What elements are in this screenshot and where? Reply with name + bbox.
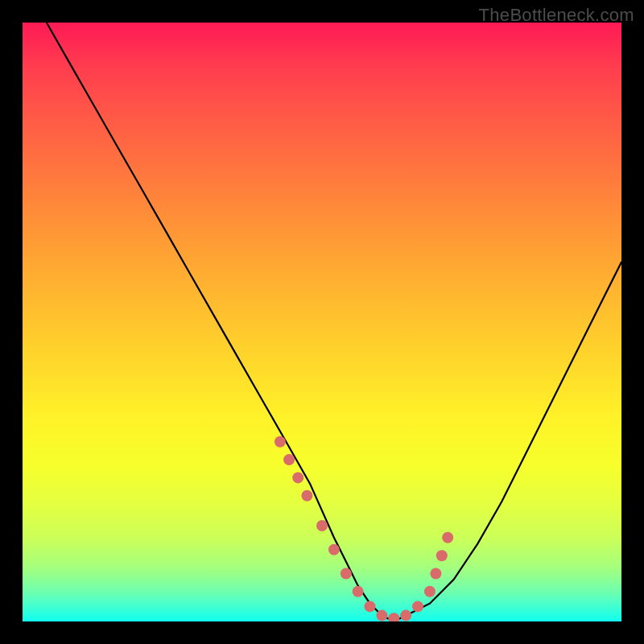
highlight-dot	[301, 490, 312, 502]
chart-svg	[23, 23, 621, 621]
highlight-dot	[275, 436, 286, 448]
highlight-dot	[316, 520, 328, 531]
highlight-dot	[430, 568, 441, 580]
highlight-dot	[283, 454, 295, 465]
highlight-dot	[412, 601, 423, 612]
highlight-dot	[292, 472, 303, 483]
plot-area	[23, 23, 621, 621]
highlight-dot	[424, 586, 436, 597]
highlight-dot	[436, 550, 448, 561]
highlight-dot	[341, 568, 352, 580]
highlight-dot	[442, 532, 453, 543]
highlight-dot	[353, 586, 364, 597]
chart-frame: TheBottleneck.com	[0, 0, 644, 644]
highlight-dot	[376, 610, 387, 621]
highlight-dot	[388, 613, 399, 621]
highlight-dot	[365, 601, 376, 612]
highlight-dot	[400, 610, 411, 621]
bottleneck-curve	[47, 23, 621, 621]
highlight-dot	[328, 544, 340, 555]
